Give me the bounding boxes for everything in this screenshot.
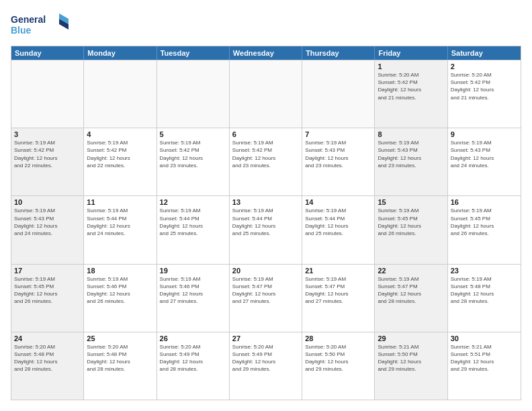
- empty-cell-0-4: [302, 60, 375, 128]
- svg-text:General: General: [11, 14, 46, 25]
- day-cell-16: 16Sunrise: 5:19 AM Sunset: 5:45 PM Dayli…: [448, 196, 521, 263]
- calendar-body: 1Sunrise: 5:20 AM Sunset: 5:42 PM Daylig…: [11, 60, 521, 400]
- day-number: 8: [378, 130, 444, 138]
- day-cell-6: 6Sunrise: 5:19 AM Sunset: 5:42 PM Daylig…: [230, 128, 302, 195]
- day-cell-3: 3Sunrise: 5:19 AM Sunset: 5:42 PM Daylig…: [11, 128, 84, 195]
- day-cell-25: 25Sunrise: 5:20 AM Sunset: 5:48 PM Dayli…: [84, 332, 157, 400]
- day-detail: Sunrise: 5:19 AM Sunset: 5:44 PM Dayligh…: [87, 207, 153, 237]
- day-number: 18: [87, 267, 153, 275]
- day-detail: Sunrise: 5:19 AM Sunset: 5:45 PM Dayligh…: [451, 207, 518, 237]
- calendar-row-4: 24Sunrise: 5:20 AM Sunset: 5:48 PM Dayli…: [11, 332, 521, 400]
- header-day-thursday: Thursday: [302, 46, 375, 60]
- empty-cell-0-1: [84, 60, 157, 128]
- day-detail: Sunrise: 5:19 AM Sunset: 5:44 PM Dayligh…: [232, 207, 299, 237]
- day-detail: Sunrise: 5:19 AM Sunset: 5:43 PM Dayligh…: [378, 139, 444, 169]
- calendar-header: SundayMondayTuesdayWednesdayThursdayFrid…: [11, 46, 521, 60]
- day-number: 5: [160, 130, 226, 138]
- day-cell-28: 28Sunrise: 5:20 AM Sunset: 5:50 PM Dayli…: [302, 332, 375, 400]
- day-cell-7: 7Sunrise: 5:19 AM Sunset: 5:43 PM Daylig…: [302, 128, 375, 195]
- page-header: General Blue: [11, 11, 521, 39]
- header-day-wednesday: Wednesday: [230, 46, 302, 60]
- empty-cell-0-3: [230, 60, 302, 128]
- day-number: 21: [305, 267, 371, 275]
- header-day-tuesday: Tuesday: [157, 46, 230, 60]
- day-cell-18: 18Sunrise: 5:19 AM Sunset: 5:46 PM Dayli…: [84, 265, 157, 332]
- day-number: 28: [305, 334, 371, 342]
- day-cell-8: 8Sunrise: 5:19 AM Sunset: 5:43 PM Daylig…: [375, 128, 447, 195]
- day-number: 29: [378, 334, 444, 342]
- day-cell-13: 13Sunrise: 5:19 AM Sunset: 5:44 PM Dayli…: [230, 196, 302, 263]
- day-cell-11: 11Sunrise: 5:19 AM Sunset: 5:44 PM Dayli…: [84, 196, 157, 263]
- day-number: 25: [87, 334, 153, 342]
- empty-cell-0-2: [157, 60, 230, 128]
- day-number: 6: [232, 130, 299, 138]
- day-cell-5: 5Sunrise: 5:19 AM Sunset: 5:42 PM Daylig…: [157, 128, 230, 195]
- header-day-friday: Friday: [375, 46, 447, 60]
- svg-text:Blue: Blue: [11, 25, 32, 36]
- calendar-row-2: 10Sunrise: 5:19 AM Sunset: 5:43 PM Dayli…: [11, 195, 521, 263]
- day-detail: Sunrise: 5:19 AM Sunset: 5:43 PM Dayligh…: [305, 139, 371, 169]
- day-detail: Sunrise: 5:19 AM Sunset: 5:46 PM Dayligh…: [160, 275, 226, 306]
- day-cell-15: 15Sunrise: 5:19 AM Sunset: 5:45 PM Dayli…: [375, 196, 447, 263]
- day-detail: Sunrise: 5:19 AM Sunset: 5:47 PM Dayligh…: [305, 275, 371, 306]
- day-number: 3: [14, 130, 81, 138]
- day-number: 16: [451, 198, 518, 206]
- day-cell-17: 17Sunrise: 5:19 AM Sunset: 5:45 PM Dayli…: [11, 265, 84, 332]
- logo-svg: General Blue: [11, 11, 71, 39]
- day-number: 13: [232, 198, 299, 206]
- calendar-row-3: 17Sunrise: 5:19 AM Sunset: 5:45 PM Dayli…: [11, 264, 521, 332]
- header-day-sunday: Sunday: [11, 46, 84, 60]
- day-number: 9: [451, 130, 518, 138]
- day-number: 10: [14, 198, 81, 206]
- day-cell-12: 12Sunrise: 5:19 AM Sunset: 5:44 PM Dayli…: [157, 196, 230, 263]
- day-number: 1: [378, 62, 444, 71]
- day-number: 24: [14, 334, 81, 342]
- day-detail: Sunrise: 5:20 AM Sunset: 5:48 PM Dayligh…: [14, 343, 81, 373]
- empty-cell-0-0: [11, 60, 84, 128]
- day-detail: Sunrise: 5:20 AM Sunset: 5:50 PM Dayligh…: [305, 343, 371, 373]
- day-detail: Sunrise: 5:19 AM Sunset: 5:46 PM Dayligh…: [87, 275, 153, 306]
- day-cell-10: 10Sunrise: 5:19 AM Sunset: 5:43 PM Dayli…: [11, 196, 84, 263]
- day-cell-2: 2Sunrise: 5:20 AM Sunset: 5:42 PM Daylig…: [448, 60, 521, 128]
- day-cell-4: 4Sunrise: 5:19 AM Sunset: 5:42 PM Daylig…: [84, 128, 157, 195]
- day-detail: Sunrise: 5:19 AM Sunset: 5:42 PM Dayligh…: [160, 139, 226, 169]
- day-detail: Sunrise: 5:20 AM Sunset: 5:42 PM Dayligh…: [451, 71, 518, 101]
- day-number: 2: [451, 62, 518, 71]
- day-number: 26: [160, 334, 226, 342]
- day-number: 12: [160, 198, 226, 206]
- day-number: 15: [378, 198, 444, 206]
- day-cell-23: 23Sunrise: 5:19 AM Sunset: 5:48 PM Dayli…: [448, 265, 521, 332]
- day-number: 22: [378, 267, 444, 275]
- day-cell-27: 27Sunrise: 5:20 AM Sunset: 5:49 PM Dayli…: [230, 332, 302, 400]
- day-number: 4: [87, 130, 153, 138]
- day-number: 11: [87, 198, 153, 206]
- day-detail: Sunrise: 5:19 AM Sunset: 5:45 PM Dayligh…: [378, 207, 444, 237]
- day-cell-30: 30Sunrise: 5:21 AM Sunset: 5:51 PM Dayli…: [448, 332, 521, 400]
- day-detail: Sunrise: 5:21 AM Sunset: 5:51 PM Dayligh…: [451, 343, 518, 373]
- day-detail: Sunrise: 5:19 AM Sunset: 5:42 PM Dayligh…: [232, 139, 299, 169]
- day-detail: Sunrise: 5:19 AM Sunset: 5:43 PM Dayligh…: [451, 139, 518, 169]
- day-cell-14: 14Sunrise: 5:19 AM Sunset: 5:44 PM Dayli…: [302, 196, 375, 263]
- day-number: 27: [232, 334, 299, 342]
- day-number: 20: [232, 267, 299, 275]
- day-cell-29: 29Sunrise: 5:21 AM Sunset: 5:50 PM Dayli…: [375, 332, 447, 400]
- day-detail: Sunrise: 5:19 AM Sunset: 5:45 PM Dayligh…: [14, 275, 81, 306]
- day-detail: Sunrise: 5:20 AM Sunset: 5:48 PM Dayligh…: [87, 343, 153, 373]
- day-detail: Sunrise: 5:20 AM Sunset: 5:42 PM Dayligh…: [378, 71, 444, 101]
- day-cell-9: 9Sunrise: 5:19 AM Sunset: 5:43 PM Daylig…: [448, 128, 521, 195]
- day-number: 14: [305, 198, 371, 206]
- day-cell-20: 20Sunrise: 5:19 AM Sunset: 5:47 PM Dayli…: [230, 265, 302, 332]
- day-number: 19: [160, 267, 226, 275]
- day-detail: Sunrise: 5:19 AM Sunset: 5:44 PM Dayligh…: [305, 207, 371, 237]
- calendar: SundayMondayTuesdayWednesdayThursdayFrid…: [11, 46, 521, 400]
- day-number: 23: [451, 267, 518, 275]
- day-detail: Sunrise: 5:19 AM Sunset: 5:48 PM Dayligh…: [451, 275, 518, 306]
- day-detail: Sunrise: 5:19 AM Sunset: 5:47 PM Dayligh…: [232, 275, 299, 306]
- header-day-saturday: Saturday: [448, 46, 521, 60]
- day-detail: Sunrise: 5:21 AM Sunset: 5:50 PM Dayligh…: [378, 343, 444, 373]
- day-cell-26: 26Sunrise: 5:20 AM Sunset: 5:49 PM Dayli…: [157, 332, 230, 400]
- calendar-row-0: 1Sunrise: 5:20 AM Sunset: 5:42 PM Daylig…: [11, 60, 521, 128]
- day-number: 30: [451, 334, 518, 342]
- day-number: 17: [14, 267, 81, 275]
- day-detail: Sunrise: 5:20 AM Sunset: 5:49 PM Dayligh…: [232, 343, 299, 373]
